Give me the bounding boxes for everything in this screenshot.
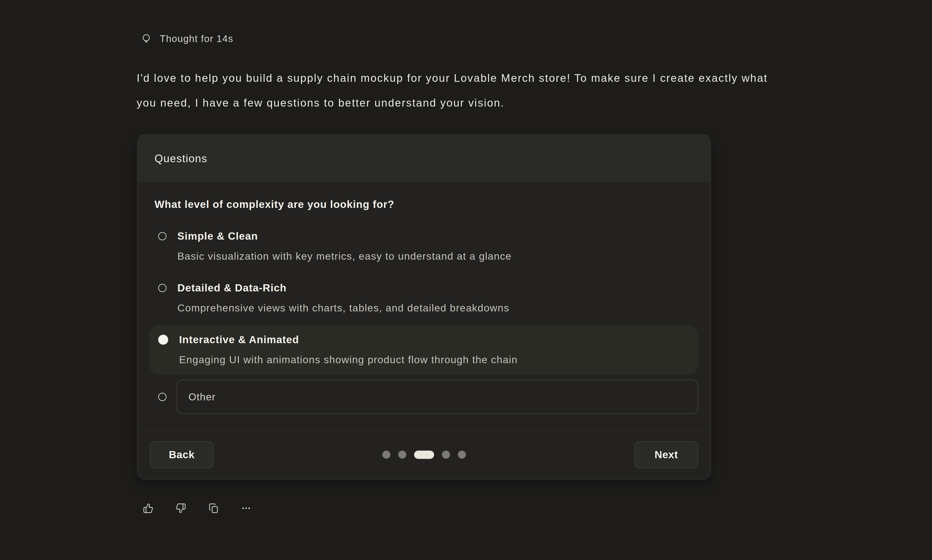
question-text: What level of complexity are you looking…	[154, 198, 698, 211]
option-description: Engaging UI with animations showing prod…	[179, 353, 518, 366]
more-options-icon	[241, 503, 251, 514]
pagination-dot[interactable]	[398, 451, 406, 458]
options-list: Simple & Clean Basic visualization with …	[149, 222, 698, 374]
radio-selected-icon[interactable]	[158, 335, 168, 345]
questions-card-footer: Back Next	[137, 430, 710, 479]
option-simple-clean[interactable]: Simple & Clean Basic visualization with …	[149, 222, 698, 271]
next-button[interactable]: Next	[635, 441, 698, 468]
copy-button[interactable]	[208, 503, 219, 514]
radio-icon[interactable]	[158, 232, 166, 240]
option-description: Basic visualization with key metrics, ea…	[177, 250, 511, 263]
option-detailed-data-rich[interactable]: Detailed & Data-Rich Comprehensive views…	[149, 274, 698, 323]
option-label: Simple & Clean	[177, 230, 511, 243]
option-description: Comprehensive views with charts, tables,…	[177, 302, 510, 314]
thinking-summary-toggle[interactable]: Thought for 14s	[140, 33, 233, 45]
back-button[interactable]: Back	[150, 441, 214, 468]
thumbs-down-button[interactable]	[176, 503, 186, 514]
pagination-dot[interactable]	[458, 451, 466, 458]
option-label: Interactive & Animated	[179, 333, 518, 346]
thumbs-up-icon	[143, 503, 153, 514]
card-title: Questions	[154, 152, 207, 165]
thought-duration-label: Thought for 14s	[160, 33, 233, 44]
copy-icon	[208, 503, 219, 514]
option-interactive-animated[interactable]: Interactive & Animated Engaging UI with …	[149, 325, 698, 374]
radio-icon[interactable]	[158, 284, 166, 292]
lightbulb-icon	[140, 33, 152, 45]
option-other	[149, 380, 698, 414]
thumbs-up-button[interactable]	[143, 503, 154, 514]
more-options-button[interactable]	[241, 503, 251, 514]
pagination-dot-active[interactable]	[414, 451, 434, 459]
thumbs-down-icon	[176, 503, 186, 514]
pagination-dots	[382, 451, 466, 459]
questions-card-header: Questions	[137, 135, 710, 183]
option-label: Detailed & Data-Rich	[177, 282, 510, 294]
radio-other-icon[interactable]	[158, 393, 166, 401]
questions-card: Questions What level of complexity are y…	[137, 134, 711, 480]
pagination-dot[interactable]	[442, 451, 450, 458]
pagination-dot[interactable]	[382, 451, 390, 458]
message-actions	[143, 503, 251, 514]
assistant-message-text: I'd love to help you build a supply chai…	[137, 66, 779, 115]
other-input[interactable]	[177, 380, 698, 414]
questions-card-body: What level of complexity are you looking…	[137, 183, 710, 430]
